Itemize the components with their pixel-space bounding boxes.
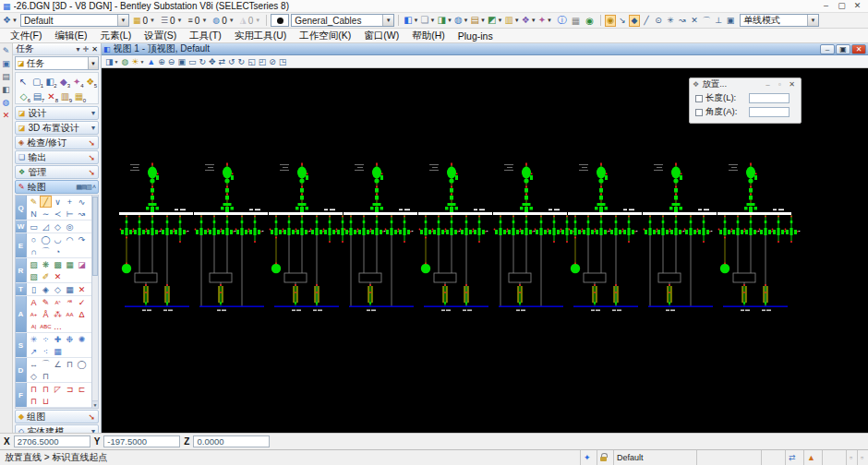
view-minimize-button[interactable]: – — [820, 44, 835, 54]
tool-f-icon[interactable]: ⊏ — [76, 383, 88, 395]
grid-toggle-icon[interactable]: ▦ — [569, 14, 583, 27]
tool-s-icon[interactable]: ✳ — [28, 333, 40, 345]
active-level-combo[interactable]: Default ▼ — [20, 14, 129, 27]
dropdown-arrow-icon[interactable]: ▼ — [531, 18, 536, 23]
main-tool-6[interactable]: ◇6 — [17, 89, 30, 103]
tool-r-icon[interactable]: ✕ — [52, 270, 64, 282]
adjust-brightness-icon[interactable]: ☀▼ — [130, 55, 145, 67]
tool-f-icon[interactable]: ⊓ — [40, 383, 52, 395]
tool-w-icon[interactable]: ▭ — [28, 221, 40, 232]
strip-link-icon[interactable]: ▣ — [2, 60, 10, 68]
dropdown-arrow-icon[interactable]: ▼ — [547, 18, 552, 23]
combo-arrow-icon[interactable]: ▼ — [807, 15, 818, 26]
keypoint-snap-icon[interactable]: ◆ — [629, 15, 640, 27]
menu-item-1[interactable]: 文件(F) — [4, 30, 48, 42]
chevron-down-icon[interactable]: ▦▤▥ ˄ — [76, 184, 95, 191]
models-icon[interactable]: ◧▼ — [403, 14, 419, 27]
line-mode-combo[interactable]: 单线模式 ▼ — [740, 14, 819, 27]
minimize-button[interactable]: – — [818, 1, 834, 11]
tool-t-icon[interactable]: ✕ — [76, 283, 88, 295]
tool-r-icon[interactable]: ❋ — [40, 258, 52, 270]
tool-s-icon[interactable]: ✺ — [76, 333, 88, 345]
rotate-view-icon[interactable]: ↻ — [198, 55, 207, 67]
main-tool-3[interactable]: ◆3 — [57, 74, 71, 89]
tool-r-icon[interactable]: ▦ — [64, 258, 76, 270]
level-display-icon[interactable]: ✦▼ — [537, 14, 553, 27]
menu-item-10[interactable]: Plug-ins — [452, 30, 500, 42]
window-area-icon[interactable]: ▣ — [176, 55, 187, 67]
tool-s-icon[interactable]: ⁖ — [40, 345, 52, 357]
tool-e-icon[interactable]: ◔ — [52, 245, 64, 257]
tool-q-icon[interactable]: N — [28, 208, 40, 220]
origin-snap-icon[interactable]: ✳ — [665, 15, 676, 27]
strip-world-icon[interactable]: ◍ — [3, 99, 10, 107]
status-mini-icon-2[interactable]: ▫ — [857, 450, 868, 465]
tool-t-icon[interactable]: ▯ — [28, 283, 40, 295]
render-globe-icon[interactable]: ◉ — [583, 14, 597, 27]
level-manager-icon[interactable]: ❖▼ — [521, 14, 537, 27]
tool-q-icon[interactable]: ∨ — [52, 196, 64, 208]
menu-item-7[interactable]: 工作空间(K) — [293, 30, 357, 42]
tool-s-icon[interactable]: ↗ — [28, 345, 40, 357]
clip-volume-icon[interactable]: ◰ — [258, 55, 268, 67]
tool-e-icon[interactable]: ◠ — [64, 233, 76, 245]
open-task-arrow-icon[interactable]: ➘ — [88, 153, 95, 162]
tool-q-icon[interactable]: + — [64, 196, 76, 208]
main-tool-2[interactable]: ◧2 — [43, 74, 57, 89]
tool-q-icon[interactable]: ∿ — [76, 196, 88, 208]
tool-d-icon[interactable]: ◇ — [28, 370, 40, 382]
tool-e-icon[interactable]: ⌒ — [40, 245, 52, 257]
saved-views-icon[interactable]: ◩▼ — [487, 14, 503, 27]
cell-library-icon[interactable]: ▥▼ — [503, 14, 520, 27]
snap-mode-indicator[interactable]: ✦ — [580, 450, 597, 465]
selection-set-indicator[interactable]: ⇄ — [785, 450, 803, 465]
section-3D 布置设计[interactable]: ◪3D 布置设计▾ — [15, 121, 99, 135]
open-task-arrow-icon[interactable]: ➘ — [88, 138, 95, 148]
dropdown-arrow-icon[interactable]: ▼ — [430, 18, 436, 23]
scrollbar-thumb[interactable] — [92, 197, 98, 276]
tool-a-icon[interactable]: A+ — [28, 308, 40, 320]
intersection-snap-icon[interactable]: ✕ — [689, 15, 700, 27]
accusnap-toggle-icon[interactable]: ◉ — [605, 15, 616, 27]
zoom-in-icon[interactable]: ⊕ — [157, 55, 166, 67]
section-绘图[interactable]: ✎绘图▦▤▥ ˄ — [15, 180, 99, 194]
tool-q-icon[interactable]: ⊢ — [64, 208, 76, 220]
menu-item-4[interactable]: 设置(S) — [138, 30, 183, 42]
menu-item-2[interactable]: 编辑(E) — [48, 30, 93, 42]
main-tool-9[interactable]: ▥9 — [58, 89, 72, 103]
menu-item-3[interactable]: 元素(L) — [93, 30, 138, 42]
point-clouds-icon[interactable]: ▤▼ — [470, 14, 487, 27]
section-设计[interactable]: ◪设计▾ — [15, 106, 99, 120]
tool-d-icon[interactable]: ⌒ — [40, 358, 52, 370]
tool-f-icon[interactable]: ⊓ — [28, 383, 40, 395]
new-file-icon[interactable]: ❏▼ — [420, 14, 437, 27]
fit-view-icon[interactable]: ▭ — [187, 55, 198, 67]
copy-view-icon[interactable]: ◱ — [247, 55, 257, 67]
status-mini-icon-1[interactable]: ▫ — [846, 450, 857, 465]
tool-s-icon[interactable]: ✚ — [52, 333, 64, 345]
zoom-out-icon[interactable]: ⊖ — [167, 55, 176, 67]
view-perspective-icon[interactable]: ◳ — [278, 55, 288, 67]
tool-s-icon[interactable]: ▦ — [52, 345, 64, 357]
length-input[interactable] — [749, 93, 790, 103]
pan-view-icon[interactable]: ✥ — [208, 55, 217, 67]
tool-e-icon[interactable]: ↷ — [76, 233, 88, 245]
tool-t-icon[interactable]: ◇ — [52, 283, 64, 295]
element-information-icon[interactable]: ⓘ — [555, 14, 569, 27]
dropdown-arrow-icon[interactable]: ▼ — [150, 18, 155, 23]
section-管理[interactable]: ❖管理➘ — [15, 165, 99, 179]
tool-r-icon[interactable]: ✐ — [40, 270, 52, 282]
tool-w-icon[interactable]: ◎ — [64, 221, 76, 232]
length-checkbox[interactable] — [695, 95, 703, 102]
tool-a-icon[interactable]: A| — [28, 320, 40, 332]
midpoint-snap-icon[interactable]: ╱ — [641, 15, 652, 27]
tool-f-icon[interactable]: ⊔ — [40, 395, 52, 407]
status-cell-empty-2[interactable] — [761, 450, 785, 465]
tool-r-icon[interactable]: ◪ — [76, 258, 88, 270]
tool-f-icon[interactable]: ⊐ — [64, 383, 76, 395]
tool-a-icon[interactable]: … — [52, 320, 64, 332]
dropdown-arrow-icon[interactable]: ▼ — [497, 18, 502, 23]
tool-s-icon[interactable]: ⁘ — [40, 333, 52, 345]
active-cell-combo[interactable]: General_Cables ▼ — [291, 14, 394, 27]
view-previous-icon[interactable]: ↺ — [227, 55, 236, 67]
